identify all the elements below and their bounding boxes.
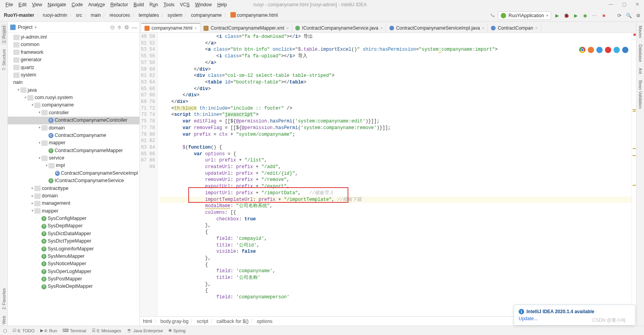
line-number-gutter[interactable]: 49 50 51 52 53 54 55 56 57 58 59 60 61 6… xyxy=(140,33,158,316)
menu-vcs[interactable]: VCS xyxy=(178,1,192,8)
tree-node[interactable]: ▸ISysDeptMapper xyxy=(8,222,139,230)
tree-node[interactable]: ▾mapper xyxy=(8,207,139,215)
javaee-toolwindow-button[interactable]: ☕ Java Enterprise xyxy=(127,328,163,333)
run-button[interactable]: ▶ xyxy=(553,12,560,19)
struct-crumb[interactable]: callback for $() xyxy=(217,319,249,324)
menu-analyze[interactable]: Analyze xyxy=(86,1,107,8)
coverage-button[interactable]: ▶ xyxy=(572,12,579,19)
menu-window[interactable]: Window xyxy=(193,1,214,8)
browser-safari-icon[interactable] xyxy=(596,47,603,53)
attach-button[interactable]: ⋯ xyxy=(591,12,598,19)
menu-view[interactable]: View xyxy=(30,1,45,8)
browser-firefox-icon[interactable] xyxy=(588,47,594,53)
menu-build[interactable]: Build xyxy=(131,1,146,8)
menu-navigate[interactable]: Navigate xyxy=(45,1,68,8)
build-project-button[interactable]: ⤹ xyxy=(489,12,496,19)
update-running-button[interactable]: ⟳ xyxy=(616,12,623,19)
tree-node[interactable]: ▸ISysDictDataMapper xyxy=(8,230,139,238)
terminal-toolwindow-button[interactable]: ⌨ Terminal xyxy=(62,328,86,333)
tree-node[interactable]: ▸system xyxy=(8,71,139,79)
editor-tab[interactable]: ContractCompan× xyxy=(488,24,541,32)
menu-help[interactable]: Help xyxy=(215,1,229,8)
editor-tab[interactable]: ContractCompanynameMapper.xml× xyxy=(200,24,292,32)
tree-node[interactable]: ▸contracttype xyxy=(8,185,139,192)
tree-node[interactable]: ▸IIContractCompanynameService xyxy=(8,177,139,184)
breadcrumb-item[interactable]: companyname.html xyxy=(229,12,280,18)
tree-node[interactable]: ▾domain xyxy=(8,124,139,132)
tool-tab-web[interactable]: Web xyxy=(1,314,7,326)
update-link[interactable]: Update... xyxy=(519,316,538,321)
tree-node[interactable]: ▸generator xyxy=(8,56,139,64)
browser-chrome-icon[interactable] xyxy=(579,47,585,53)
browser-edge-icon[interactable] xyxy=(622,47,628,53)
menu-tools[interactable]: Tools xyxy=(161,1,177,8)
window-max-button[interactable]: ▢ xyxy=(619,1,629,8)
menu-run[interactable]: Run xyxy=(147,1,161,8)
tree-node[interactable]: ▸ISysNoticeMapper xyxy=(8,260,139,268)
menu-refactor[interactable]: Refactor xyxy=(108,1,130,8)
code-editor[interactable]: <i class="fa fa-download"></i> 导出 </a> <… xyxy=(158,33,632,316)
tool-tab-favorites[interactable]: 2: Favorites xyxy=(1,287,7,311)
tree-node[interactable]: ▾controller xyxy=(8,109,139,117)
breadcrumb-item[interactable]: templates xyxy=(137,12,161,18)
browser-opera-icon[interactable] xyxy=(605,47,611,53)
tree-node[interactable]: ▸ISysMenuMapper xyxy=(8,253,139,260)
editor-tab[interactable]: companyname.html× xyxy=(141,23,200,32)
breadcrumb-item[interactable]: ruoyi-admin xyxy=(41,12,69,18)
breadcrumb-item[interactable]: resources xyxy=(108,12,132,18)
tree-node[interactable]: ▸common xyxy=(8,41,139,48)
tab-close-button[interactable]: × xyxy=(482,26,484,30)
breadcrumb-item[interactable]: src xyxy=(74,12,84,18)
tree-node[interactable]: ▾mapper xyxy=(8,139,139,147)
browser-ie-icon[interactable] xyxy=(614,47,620,53)
tree-node[interactable]: ▸ISysDictTypeMapper xyxy=(8,238,139,245)
stop-button[interactable]: ■ xyxy=(600,12,607,19)
tree-node[interactable]: ▸quartz xyxy=(8,64,139,71)
panel-settings-button[interactable]: ⚙ xyxy=(124,24,129,30)
messages-toolwindow-button[interactable]: ☰ 0: Messages xyxy=(92,328,121,333)
tool-tab-bean-validation[interactable]: Bean Validation xyxy=(638,79,643,110)
tree-node[interactable]: ▾java xyxy=(8,87,139,94)
tab-close-button[interactable]: × xyxy=(194,26,197,30)
toolwin-button[interactable]: ▢ xyxy=(3,328,7,333)
tree-node[interactable]: ▾com.ruoyi.system xyxy=(8,94,139,101)
breadcrumb-item[interactable]: companyname xyxy=(189,12,223,18)
profile-button[interactable]: ◉ xyxy=(582,12,589,19)
run-config-selector[interactable]: RuoYiApplication ▾ xyxy=(498,11,551,20)
tree-node[interactable]: ▸ISysLogininforMapper xyxy=(8,245,139,253)
breadcrumb-item[interactable]: RuoYi-master xyxy=(2,12,36,18)
todo-toolwindow-button[interactable]: ☑ 6: TODO xyxy=(12,328,35,333)
tree-node[interactable]: ▾impl xyxy=(8,162,139,169)
tree-node[interactable]: ▸yi-admin.iml xyxy=(8,34,139,41)
debug-button[interactable]: 🐞 xyxy=(563,12,570,19)
window-min-button[interactable]: — xyxy=(606,1,616,8)
tree-node[interactable]: ▸ISysConfigMapper xyxy=(8,215,139,222)
project-scope-dropdown[interactable]: ▾ xyxy=(35,25,37,29)
editor-tab[interactable]: IContractCompanynameService.java× xyxy=(292,24,386,32)
project-tree[interactable]: ▸yi-admin.iml▸common▸framework▸generator… xyxy=(8,33,139,326)
locate-file-button[interactable]: ⊙ xyxy=(110,24,115,30)
error-stripe[interactable] xyxy=(632,33,636,316)
expand-all-button[interactable]: ≑ xyxy=(117,24,122,30)
tree-node[interactable]: ▾service xyxy=(8,154,139,162)
menu-edit[interactable]: Edit xyxy=(16,1,29,8)
tab-close-button[interactable]: × xyxy=(380,26,383,30)
tree-node[interactable]: ▸CContractCompanynameServiceImpl xyxy=(8,170,139,177)
tree-node[interactable]: ▸ISysRoleDeptMapper xyxy=(8,283,139,290)
breadcrumb-item[interactable]: system xyxy=(166,12,184,18)
menu-code[interactable]: Code xyxy=(69,1,85,8)
run-toolwindow-button[interactable]: ▶ 4: Run xyxy=(40,328,57,333)
tree-node[interactable]: ▸management xyxy=(8,200,139,207)
tree-node[interactable]: ▾companyname xyxy=(8,101,139,109)
panel-hide-button[interactable]: — xyxy=(132,24,137,30)
tab-close-button[interactable]: × xyxy=(286,26,289,30)
tool-tab-ant[interactable]: Ant xyxy=(638,66,643,76)
menu-file[interactable]: File xyxy=(3,1,15,8)
struct-crumb[interactable]: html xyxy=(143,319,152,324)
tool-tab-maven[interactable]: Maven xyxy=(638,24,643,40)
tool-tab-database[interactable]: Database xyxy=(638,43,643,64)
tree-node[interactable]: ▸nain xyxy=(8,79,139,86)
tree-node[interactable]: ▸ISysOperLogMapper xyxy=(8,268,139,275)
tree-node[interactable]: ▸framework xyxy=(8,49,139,56)
breadcrumb-item[interactable]: main xyxy=(89,12,102,18)
